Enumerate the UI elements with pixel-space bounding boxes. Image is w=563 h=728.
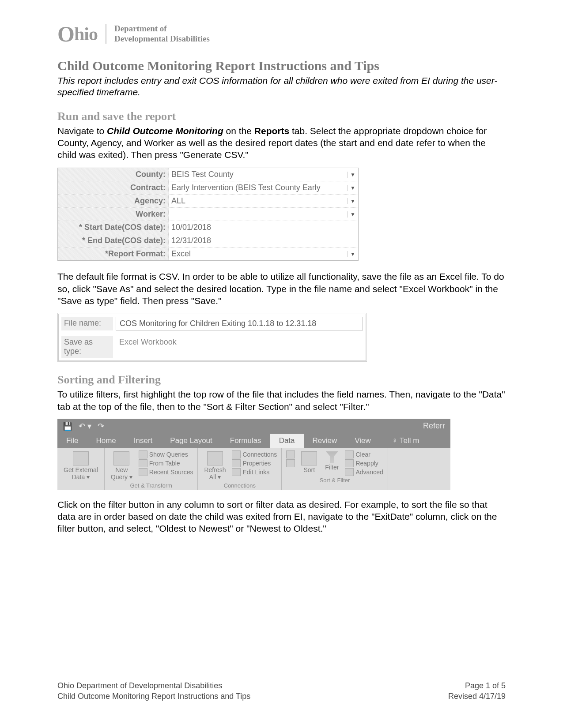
- tab-data[interactable]: Data: [270, 434, 304, 448]
- refresh-all-button[interactable]: Refresh All ▾: [202, 450, 227, 481]
- group-sort-filter: Sort & Filter: [320, 477, 350, 484]
- county-label: County:: [58, 168, 169, 181]
- county-value: BEIS Test County: [171, 170, 234, 179]
- page-title: Child Outcome Monitoring Report Instruct…: [57, 58, 506, 73]
- tab-review[interactable]: Review: [304, 434, 346, 448]
- recent-sources-button[interactable]: Recent Sources: [139, 468, 193, 476]
- save-icon[interactable]: 💾: [63, 421, 72, 431]
- dept-line-2: Developmental Disabilities: [114, 34, 210, 44]
- end-date-value: 12/31/2018: [171, 236, 211, 245]
- reapply-icon: [345, 459, 354, 467]
- save-as-figure: File name: COS Monitoring for Children E…: [57, 313, 367, 362]
- agency-label: Agency:: [58, 195, 169, 207]
- text: on the: [223, 126, 254, 136]
- new-query-icon: [113, 451, 129, 465]
- sort-button[interactable]: Sort: [299, 450, 319, 474]
- sort-label: Sort: [303, 466, 315, 473]
- end-date-label: * End Date(COS date):: [58, 234, 169, 247]
- filename-input[interactable]: COS Monitoring for Children Exiting 10.1…: [116, 317, 363, 330]
- tab-file[interactable]: File: [57, 434, 87, 448]
- reapply-button[interactable]: Reapply: [345, 459, 383, 467]
- filter-button[interactable]: Filter: [323, 450, 340, 472]
- intro-text: This report includes entry and exit COS …: [57, 75, 506, 98]
- sort-za-button[interactable]: [286, 459, 295, 467]
- tab-view[interactable]: View: [346, 434, 380, 448]
- tab-insert[interactable]: Insert: [125, 434, 162, 448]
- tab-home[interactable]: Home: [87, 434, 125, 448]
- report-format-label: *Report Format:: [58, 248, 169, 260]
- filter-usage-para: Click on the filter button in any column…: [57, 499, 506, 535]
- page-footer: Ohio Department of Developmental Disabil…: [57, 681, 506, 702]
- tab-page-layout[interactable]: Page Layout: [161, 434, 221, 448]
- redo-icon[interactable]: ↷: [98, 421, 104, 431]
- get-external-data-button[interactable]: Get External Data ▾: [62, 450, 100, 481]
- show-queries-button[interactable]: Show Queries: [139, 450, 193, 458]
- from-table-icon: [139, 459, 147, 467]
- save-as-instructions: The default file format is CSV. In order…: [57, 270, 506, 307]
- saveas-type-label: Save as type:: [61, 336, 113, 358]
- show-queries-label: Show Queries: [149, 451, 188, 458]
- section-sorting-heading: Sorting and Filtering: [57, 373, 506, 387]
- filter-label: Filter: [325, 464, 339, 471]
- advanced-button[interactable]: Advanced: [345, 468, 383, 476]
- document-header: Ohio Department of Developmental Disabil…: [57, 21, 506, 47]
- group-connections: Connections: [224, 482, 256, 489]
- filename-label: File name:: [61, 317, 113, 330]
- new-query-label: New Query ▾: [111, 466, 132, 480]
- edit-links-label: Edit Links: [242, 469, 269, 476]
- footer-page-number: Page 1 of 5: [448, 681, 506, 691]
- chevron-down-icon: ▼: [347, 211, 355, 218]
- section-run-save-para: Navigate to Child Outcome Monitoring on …: [57, 125, 506, 161]
- header-divider: [106, 24, 106, 44]
- properties-button[interactable]: Properties: [232, 459, 277, 467]
- start-date-input[interactable]: 10/01/2018: [169, 221, 358, 234]
- chevron-down-icon: ▼: [347, 172, 355, 178]
- connections-button[interactable]: Connections: [232, 450, 277, 458]
- start-date-label: * Start Date(COS date):: [58, 221, 169, 234]
- saveas-type-dropdown[interactable]: Excel Workbook: [116, 336, 363, 358]
- new-query-button[interactable]: New Query ▾: [109, 450, 134, 481]
- agency-dropdown[interactable]: ALL ▼: [169, 195, 358, 207]
- chevron-down-icon: ▼: [347, 185, 355, 191]
- contract-label: Contract:: [58, 181, 169, 194]
- contract-dropdown[interactable]: Early Intervention (BEIS Test County Ear…: [169, 181, 358, 194]
- chevron-down-icon: ▼: [347, 251, 355, 257]
- contract-value: Early Intervention (BEIS Test County Ear…: [171, 183, 321, 192]
- agency-value: ALL: [171, 196, 185, 206]
- excel-ribbon-figure: 💾 ↶ ▾ ↷ Referr File Home Insert Page Lay…: [57, 419, 450, 490]
- footer-doc-title: Child Outcome Monitoring Report Instruct…: [57, 691, 250, 702]
- county-dropdown[interactable]: BEIS Test County ▼: [169, 168, 358, 181]
- advanced-label: Advanced: [355, 469, 383, 476]
- from-table-button[interactable]: From Table: [139, 459, 193, 467]
- ribbon-title-truncated: Referr: [423, 421, 445, 431]
- department-name: Department of Developmental Disabilities: [114, 24, 210, 44]
- filter-icon: [326, 451, 338, 463]
- recent-sources-label: Recent Sources: [149, 469, 193, 476]
- group-get-transform: Get & Transform: [130, 482, 172, 489]
- worker-dropdown[interactable]: ▼: [169, 208, 358, 221]
- show-queries-icon: [139, 450, 147, 458]
- connections-icon: [232, 450, 241, 458]
- advanced-icon: [345, 468, 354, 476]
- tab-formulas[interactable]: Formulas: [221, 434, 270, 448]
- from-table-label: From Table: [149, 460, 180, 467]
- chevron-down-icon: ▼: [347, 198, 355, 204]
- reapply-label: Reapply: [355, 460, 378, 467]
- tell-me-search[interactable]: ♀ Tell m: [383, 434, 428, 448]
- undo-icon[interactable]: ↶ ▾: [79, 421, 91, 431]
- sort-az-button[interactable]: [286, 450, 295, 458]
- sort-icon: [301, 451, 317, 465]
- clear-button[interactable]: Clear: [345, 450, 383, 458]
- recent-sources-icon: [139, 468, 147, 476]
- report-format-dropdown[interactable]: Excel ▼: [169, 248, 358, 260]
- report-format-value: Excel: [171, 249, 191, 259]
- properties-icon: [232, 459, 241, 467]
- clear-icon: [345, 450, 354, 458]
- dept-line-1: Department of: [114, 24, 210, 34]
- refresh-icon: [207, 451, 223, 465]
- nav-target-bold: Child Outcome Monitoring: [107, 126, 223, 136]
- filename-value: COS Monitoring for Children Exiting 10.1…: [120, 319, 316, 328]
- edit-links-button[interactable]: Edit Links: [232, 468, 277, 476]
- end-date-input[interactable]: 12/31/2018: [169, 234, 358, 247]
- start-date-value: 10/01/2018: [171, 223, 211, 232]
